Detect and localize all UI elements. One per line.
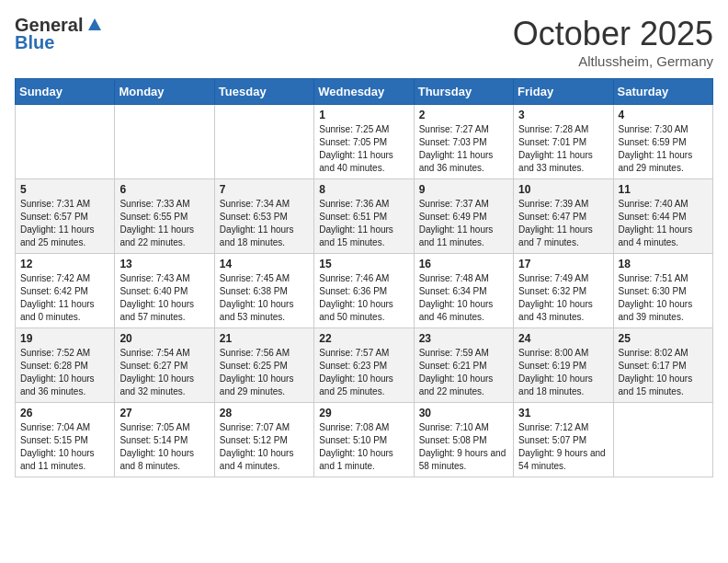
- day-info: Sunrise: 7:57 AM Sunset: 6:23 PM Dayligh…: [319, 347, 408, 398]
- logo: General Blue: [15, 15, 105, 53]
- logo-triangle-icon: [85, 14, 105, 34]
- day-number: 18: [619, 258, 708, 270]
- calendar-day-cell: 13Sunrise: 7:43 AM Sunset: 6:40 PM Dayli…: [115, 254, 214, 328]
- calendar-week-row: 19Sunrise: 7:52 AM Sunset: 6:28 PM Dayli…: [16, 328, 713, 403]
- day-info: Sunrise: 7:48 AM Sunset: 6:34 PM Dayligh…: [419, 272, 508, 324]
- day-of-week-header: Friday: [514, 79, 613, 105]
- day-info: Sunrise: 7:54 AM Sunset: 6:27 PM Dayligh…: [119, 347, 209, 398]
- day-info: Sunrise: 7:34 AM Sunset: 6:53 PM Dayligh…: [220, 198, 309, 249]
- calendar-day-cell: 12Sunrise: 7:42 AM Sunset: 6:42 PM Dayli…: [16, 254, 115, 328]
- calendar-week-row: 5Sunrise: 7:31 AM Sunset: 6:57 PM Daylig…: [16, 179, 713, 254]
- day-of-week-header: Tuesday: [214, 79, 313, 105]
- day-info: Sunrise: 8:02 AM Sunset: 6:17 PM Dayligh…: [619, 347, 708, 398]
- day-number: 24: [518, 332, 608, 345]
- day-info: Sunrise: 7:56 AM Sunset: 6:25 PM Dayligh…: [220, 347, 309, 398]
- page-header: General Blue October 2025 Altlussheim, G…: [15, 15, 713, 69]
- calendar-day-cell: 14Sunrise: 7:45 AM Sunset: 6:38 PM Dayli…: [214, 254, 313, 328]
- calendar-day-cell: 7Sunrise: 7:34 AM Sunset: 6:53 PM Daylig…: [214, 179, 313, 254]
- day-number: 15: [319, 258, 408, 270]
- day-info: Sunrise: 7:59 AM Sunset: 6:21 PM Dayligh…: [419, 347, 508, 398]
- calendar-day-cell: 23Sunrise: 7:59 AM Sunset: 6:21 PM Dayli…: [414, 328, 513, 403]
- day-of-week-header: Saturday: [613, 79, 712, 105]
- calendar-day-cell: 2Sunrise: 7:27 AM Sunset: 7:03 PM Daylig…: [414, 105, 513, 179]
- calendar-day-cell: 31Sunrise: 7:12 AM Sunset: 5:07 PM Dayli…: [514, 403, 613, 477]
- day-info: Sunrise: 7:28 AM Sunset: 7:01 PM Dayligh…: [518, 123, 608, 175]
- day-number: 10: [518, 183, 608, 196]
- day-number: 3: [518, 109, 608, 121]
- calendar-day-cell: 25Sunrise: 8:02 AM Sunset: 6:17 PM Dayli…: [613, 328, 712, 403]
- calendar-day-cell: 16Sunrise: 7:48 AM Sunset: 6:34 PM Dayli…: [414, 254, 513, 328]
- day-info: Sunrise: 7:51 AM Sunset: 6:30 PM Dayligh…: [619, 272, 708, 324]
- day-info: Sunrise: 7:45 AM Sunset: 6:38 PM Dayligh…: [220, 272, 309, 324]
- day-of-week-header: Thursday: [414, 79, 513, 105]
- day-info: Sunrise: 7:49 AM Sunset: 6:32 PM Dayligh…: [518, 272, 608, 324]
- day-number: 7: [220, 183, 309, 196]
- logo-blue: Blue: [15, 32, 54, 53]
- day-number: 25: [619, 332, 708, 345]
- day-info: Sunrise: 7:31 AM Sunset: 6:57 PM Dayligh…: [20, 198, 109, 249]
- calendar-day-cell: 3Sunrise: 7:28 AM Sunset: 7:01 PM Daylig…: [514, 105, 613, 179]
- day-info: Sunrise: 7:37 AM Sunset: 6:49 PM Dayligh…: [419, 198, 508, 249]
- day-number: 16: [419, 258, 508, 270]
- day-number: 6: [119, 183, 209, 196]
- calendar-day-cell: 15Sunrise: 7:46 AM Sunset: 6:36 PM Dayli…: [314, 254, 414, 328]
- day-of-week-header: Sunday: [16, 79, 115, 105]
- calendar-week-row: 26Sunrise: 7:04 AM Sunset: 5:15 PM Dayli…: [16, 403, 713, 477]
- day-number: 29: [319, 407, 408, 419]
- day-number: 26: [20, 407, 109, 419]
- day-info: Sunrise: 7:46 AM Sunset: 6:36 PM Dayligh…: [319, 272, 408, 324]
- calendar-day-cell: 10Sunrise: 7:39 AM Sunset: 6:47 PM Dayli…: [514, 179, 613, 254]
- day-number: 19: [20, 332, 109, 345]
- day-info: Sunrise: 7:30 AM Sunset: 6:59 PM Dayligh…: [619, 123, 708, 175]
- day-of-week-header: Wednesday: [314, 79, 414, 105]
- day-number: 13: [119, 258, 209, 270]
- day-of-week-header: Monday: [115, 79, 214, 105]
- day-number: 22: [319, 332, 408, 345]
- day-info: Sunrise: 7:25 AM Sunset: 7:05 PM Dayligh…: [319, 123, 408, 175]
- calendar-day-cell: 4Sunrise: 7:30 AM Sunset: 6:59 PM Daylig…: [613, 105, 712, 179]
- day-info: Sunrise: 7:05 AM Sunset: 5:14 PM Dayligh…: [119, 421, 209, 473]
- calendar-day-cell: 6Sunrise: 7:33 AM Sunset: 6:55 PM Daylig…: [115, 179, 214, 254]
- day-number: 30: [419, 407, 508, 419]
- day-info: Sunrise: 7:12 AM Sunset: 5:07 PM Dayligh…: [518, 421, 608, 473]
- month-title: October 2025: [513, 15, 713, 53]
- day-info: Sunrise: 7:52 AM Sunset: 6:28 PM Dayligh…: [20, 347, 109, 398]
- day-number: 8: [319, 183, 408, 196]
- day-info: Sunrise: 7:10 AM Sunset: 5:08 PM Dayligh…: [419, 421, 508, 473]
- day-info: Sunrise: 7:33 AM Sunset: 6:55 PM Dayligh…: [119, 198, 209, 249]
- calendar-day-cell: 26Sunrise: 7:04 AM Sunset: 5:15 PM Dayli…: [16, 403, 115, 477]
- day-number: 28: [220, 407, 309, 419]
- calendar-day-cell: 24Sunrise: 8:00 AM Sunset: 6:19 PM Dayli…: [514, 328, 613, 403]
- day-number: 23: [419, 332, 508, 345]
- calendar-day-cell: 9Sunrise: 7:37 AM Sunset: 6:49 PM Daylig…: [414, 179, 513, 254]
- day-info: Sunrise: 7:43 AM Sunset: 6:40 PM Dayligh…: [119, 272, 209, 324]
- day-info: Sunrise: 7:08 AM Sunset: 5:10 PM Dayligh…: [319, 421, 408, 473]
- day-number: 14: [220, 258, 309, 270]
- day-info: Sunrise: 8:00 AM Sunset: 6:19 PM Dayligh…: [518, 347, 608, 398]
- calendar-day-cell: 11Sunrise: 7:40 AM Sunset: 6:44 PM Dayli…: [613, 179, 712, 254]
- calendar-day-cell: 8Sunrise: 7:36 AM Sunset: 6:51 PM Daylig…: [314, 179, 414, 254]
- calendar-week-row: 1Sunrise: 7:25 AM Sunset: 7:05 PM Daylig…: [16, 105, 713, 179]
- day-number: 2: [419, 109, 508, 121]
- calendar-day-cell: 5Sunrise: 7:31 AM Sunset: 6:57 PM Daylig…: [16, 179, 115, 254]
- calendar-day-cell: 21Sunrise: 7:56 AM Sunset: 6:25 PM Dayli…: [214, 328, 313, 403]
- day-number: 21: [220, 332, 309, 345]
- calendar-day-cell: 18Sunrise: 7:51 AM Sunset: 6:30 PM Dayli…: [613, 254, 712, 328]
- calendar-day-cell: [115, 105, 214, 179]
- calendar-day-cell: 17Sunrise: 7:49 AM Sunset: 6:32 PM Dayli…: [514, 254, 613, 328]
- title-block: October 2025 Altlussheim, Germany: [513, 15, 713, 69]
- day-number: 12: [20, 258, 109, 270]
- day-info: Sunrise: 7:42 AM Sunset: 6:42 PM Dayligh…: [20, 272, 109, 324]
- day-info: Sunrise: 7:36 AM Sunset: 6:51 PM Dayligh…: [319, 198, 408, 249]
- calendar-table: SundayMondayTuesdayWednesdayThursdayFrid…: [15, 78, 713, 477]
- calendar-day-cell: [16, 105, 115, 179]
- day-info: Sunrise: 7:39 AM Sunset: 6:47 PM Dayligh…: [518, 198, 608, 249]
- day-number: 4: [619, 109, 708, 121]
- calendar-day-cell: [214, 105, 313, 179]
- day-number: 5: [20, 183, 109, 196]
- calendar-day-cell: 20Sunrise: 7:54 AM Sunset: 6:27 PM Dayli…: [115, 328, 214, 403]
- calendar-header-row: SundayMondayTuesdayWednesdayThursdayFrid…: [16, 79, 713, 105]
- day-info: Sunrise: 7:27 AM Sunset: 7:03 PM Dayligh…: [419, 123, 508, 175]
- day-number: 11: [619, 183, 708, 196]
- day-info: Sunrise: 7:07 AM Sunset: 5:12 PM Dayligh…: [220, 421, 309, 473]
